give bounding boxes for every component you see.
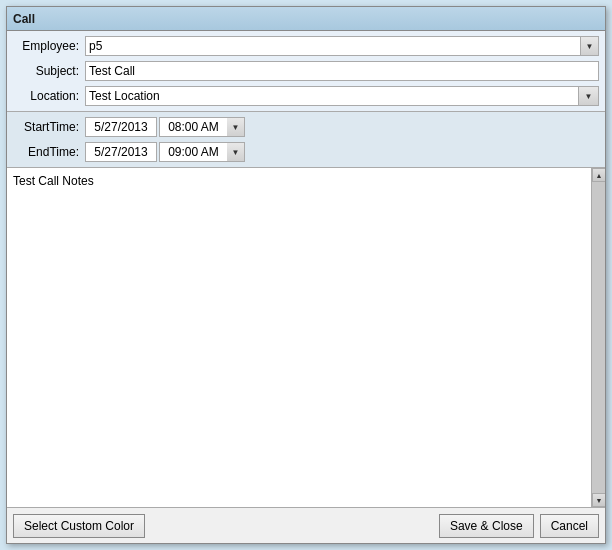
dialog-title: Call <box>13 12 35 26</box>
location-input[interactable] <box>85 86 579 106</box>
notes-area: Test Call Notes ▲ ▼ <box>7 168 605 507</box>
start-time-input[interactable] <box>159 117 227 137</box>
custom-color-button[interactable]: Select Custom Color <box>13 514 145 538</box>
starttime-row: StartTime: <box>13 116 599 138</box>
end-time-wrap <box>159 142 245 162</box>
cancel-button[interactable]: Cancel <box>540 514 599 538</box>
subject-row: Subject: <box>13 60 599 82</box>
employee-row: Employee: <box>13 35 599 57</box>
form-area: Employee: Subject: Location: <box>7 31 605 112</box>
subject-input[interactable] <box>85 61 599 81</box>
start-time-wrap <box>159 117 245 137</box>
save-close-button[interactable]: Save & Close <box>439 514 534 538</box>
title-bar: Call <box>7 7 605 31</box>
employee-input[interactable] <box>85 36 581 56</box>
time-section: StartTime: EndTime: <box>7 112 605 168</box>
scroll-thumb[interactable] <box>592 182 605 493</box>
end-time-dropdown-btn[interactable] <box>227 142 245 162</box>
notes-textarea[interactable]: Test Call Notes <box>11 172 601 503</box>
employee-dropdown-btn[interactable] <box>581 36 599 56</box>
end-time-input[interactable] <box>159 142 227 162</box>
start-time-dropdown-btn[interactable] <box>227 117 245 137</box>
scrollbar: ▲ ▼ <box>591 168 605 507</box>
call-dialog: Call Employee: Subject: Location: <box>6 6 606 544</box>
start-date-input[interactable] <box>85 117 157 137</box>
employee-select-wrap <box>85 36 599 56</box>
employee-label: Employee: <box>13 39 85 53</box>
subject-label: Subject: <box>13 64 85 78</box>
location-select-wrap <box>85 86 599 106</box>
bottom-bar: Select Custom Color Save & Close Cancel <box>7 507 605 543</box>
end-date-input[interactable] <box>85 142 157 162</box>
endtime-row: EndTime: <box>13 141 599 163</box>
location-row: Location: <box>13 85 599 107</box>
starttime-label: StartTime: <box>13 120 85 134</box>
scroll-up-btn[interactable]: ▲ <box>592 168 605 182</box>
endtime-label: EndTime: <box>13 145 85 159</box>
location-label: Location: <box>13 89 85 103</box>
scroll-down-btn[interactable]: ▼ <box>592 493 605 507</box>
location-dropdown-btn[interactable] <box>579 86 599 106</box>
